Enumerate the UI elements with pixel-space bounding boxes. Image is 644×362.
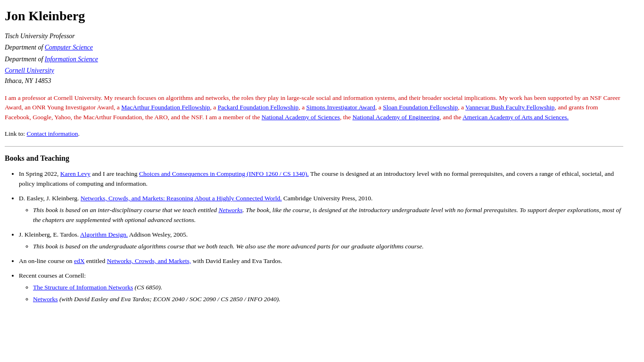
sloan-link[interactable]: Sloan Foundation Fellowship — [383, 104, 458, 111]
divider — [5, 146, 623, 147]
packard-link[interactable]: Packard Foundation Fellowship — [218, 104, 299, 111]
list-item: J. Kleinberg, E. Tardos. Algorithm Desig… — [19, 230, 623, 252]
algorithm-design-link[interactable]: Algorithm Design. — [80, 231, 128, 238]
contact-info-link[interactable]: Contact information — [27, 130, 78, 137]
edx-link[interactable]: edX — [74, 257, 85, 264]
vannevar-link[interactable]: Vannevar Bush Faculty Fellowship — [465, 104, 554, 111]
karen-levy-link[interactable]: Karen Levy — [60, 170, 91, 177]
simons-link[interactable]: Simons Investigator Award — [306, 104, 376, 111]
dept2-line: Department of Information Science — [5, 54, 623, 65]
address-line: Ithaca, NY 14853 — [5, 77, 623, 85]
sub-list-item: This book is based on the undergraduate … — [33, 242, 623, 252]
sub-list-item: Networks (with David Easley and Eva Tard… — [33, 295, 623, 304]
bio-paragraph: I am a professor at Cornell University. … — [5, 93, 623, 123]
affiliation-title: Tisch University Professor — [5, 31, 623, 41]
list-item: Recent courses at Cornell: The Structure… — [19, 271, 623, 304]
university-line: Cornell University — [5, 66, 623, 76]
books-teaching-list: In Spring 2022, Karen Levy and I are tea… — [5, 169, 623, 304]
ncm-online-link[interactable]: Networks, Crowds, and Markets, — [107, 257, 191, 264]
dept2-link[interactable]: Information Science — [45, 56, 98, 63]
dept1-link[interactable]: Computer Science — [45, 44, 93, 51]
list-item: In Spring 2022, Karen Levy and I are tea… — [19, 169, 623, 189]
contact-paragraph: Link to: Contact information. — [5, 130, 623, 138]
professor-title: Tisch University Professor — [5, 33, 75, 40]
books-teaching-heading: Books and Teaching — [5, 154, 623, 163]
sub-list: The Structure of Information Networks (C… — [19, 283, 623, 304]
choices-consequences-link[interactable]: Choices and Consequences in Computing (I… — [139, 170, 309, 177]
list-item: An on-line course on edX entitled Networ… — [19, 256, 623, 266]
macarthur-link[interactable]: MacArthur Foundation Fellowship — [121, 104, 210, 111]
dept1-line: Department of Computer Science — [5, 42, 623, 53]
page-title: Jon Kleinberg — [5, 8, 623, 24]
university-link[interactable]: Cornell University — [5, 67, 54, 74]
networks-crowds-markets-link[interactable]: Networks, Crowds, and Markets: Reasoning… — [81, 195, 282, 202]
nae-link[interactable]: National Academy of Engineering — [353, 114, 440, 121]
info-networks-link[interactable]: The Structure of Information Networks — [33, 284, 133, 291]
page-container: Jon Kleinberg Tisch University Professor… — [0, 0, 632, 317]
list-item: D. Easley, J. Kleinberg. Networks, Crowd… — [19, 194, 623, 225]
sub-list-item: The Structure of Information Networks (C… — [33, 283, 623, 293]
networks-course-link[interactable]: Networks — [33, 296, 58, 303]
nas-link[interactable]: National Academy of Sciences — [262, 114, 340, 121]
sub-list: This book is based on the undergraduate … — [19, 242, 623, 252]
sub-list: This book is based on an inter-disciplin… — [19, 206, 623, 225]
sub-list-item: This book is based on an inter-disciplin… — [33, 206, 623, 225]
networks-link[interactable]: Networks — [218, 206, 242, 214]
aaas-link[interactable]: American Academy of Arts and Sciences. — [462, 114, 569, 121]
